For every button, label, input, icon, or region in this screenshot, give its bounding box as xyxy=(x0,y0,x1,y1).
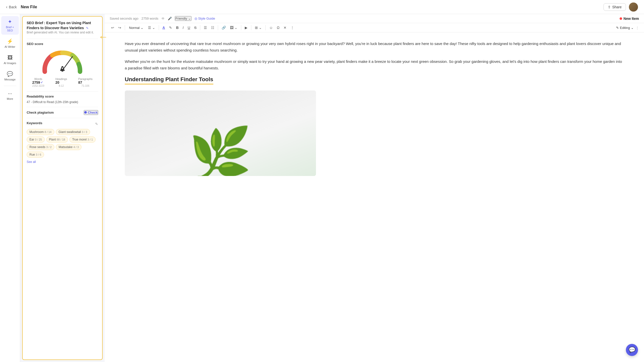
gauge-chart: A xyxy=(27,48,98,75)
plant-illustration: 🌿 xyxy=(189,128,252,176)
stat-headings-label: Headings xyxy=(55,77,67,80)
keyword-matsutake[interactable]: Matsutake 4 / 3 xyxy=(56,144,82,150)
bold-button[interactable]: B xyxy=(175,25,180,31)
back-label: Back xyxy=(9,5,17,9)
tone-label: Friendly xyxy=(175,17,187,20)
editor-content[interactable]: Have you ever dreamed of uncovering that… xyxy=(105,32,644,362)
chat-fab-button[interactable]: 💬 xyxy=(626,344,638,356)
more-label: More xyxy=(7,97,13,101)
share-icon: ⇧ xyxy=(608,5,611,9)
sidebar-item-brief-seo[interactable]: ✦ Brief + SEO xyxy=(1,16,19,35)
share-button[interactable]: ⇧ Share xyxy=(603,3,626,11)
stat-paragraphs: Paragraphs 87 71-106 xyxy=(78,77,93,87)
new-item-area: New Item xyxy=(620,17,639,21)
content-heading-1: Understanding Plant Finder Tools xyxy=(125,76,213,84)
editor-top-bar: Saved seconds ago 2759 words 👁 🎤 Friendl… xyxy=(105,14,644,23)
heading-chevron-icon: ⌄ xyxy=(141,26,143,30)
sidebar-item-ai-images[interactable]: 🖼 AI Images xyxy=(1,52,19,67)
special-chars-button[interactable]: Ω xyxy=(275,25,281,31)
seo-score-title: SEO score xyxy=(27,42,98,46)
top-bar: ‹ Back New File ⇧ Share xyxy=(0,0,644,14)
play-button[interactable]: ▶ xyxy=(243,25,249,31)
icon-sidebar: ✦ Brief + SEO ⚡ AI Writer 🖼 AI Images 💬 … xyxy=(0,14,20,362)
back-icon: ‹ xyxy=(6,5,7,9)
check-dot-icon xyxy=(84,111,87,114)
svg-text:A: A xyxy=(60,65,65,72)
stat-words-value: 2759 ✓ xyxy=(32,80,44,84)
brief-seo-icon: ✦ xyxy=(8,19,12,25)
keyword-plant[interactable]: Plant 88 / 18 xyxy=(46,137,68,143)
italic-button[interactable]: I xyxy=(181,25,185,31)
ai-writer-icon: ⚡ xyxy=(7,38,13,44)
table-button[interactable]: ⊞ ⌄ xyxy=(253,25,263,31)
check-plagiarism-button[interactable]: Check xyxy=(84,110,98,115)
underline-button[interactable]: U xyxy=(186,25,192,31)
avatar[interactable] xyxy=(629,3,638,12)
readability-title: Readability score xyxy=(27,95,98,98)
keyword-rue[interactable]: Rue 3 / 6 xyxy=(27,152,44,158)
keyword-giant-swallowtail[interactable]: Giant swallowtail 3 / 3 xyxy=(56,129,90,135)
eye-icon[interactable]: 👁 xyxy=(161,17,165,21)
sidebar-item-ai-writer[interactable]: ⚡ AI Writer xyxy=(1,36,19,51)
message-icon: 💬 xyxy=(7,71,13,77)
sidebar-item-more[interactable]: ··· More xyxy=(1,88,19,103)
highlight-button[interactable]: ✎ xyxy=(168,25,174,31)
emoji-button[interactable]: ☺ xyxy=(268,25,274,31)
stat-words-label: Words xyxy=(32,77,44,80)
content-image: 🌿 xyxy=(125,90,316,176)
mic-icon[interactable]: 🎤 xyxy=(168,17,172,20)
back-button[interactable]: ‹ Back xyxy=(6,5,17,9)
stat-paragraphs-range: 71-106 xyxy=(78,84,93,87)
stat-paragraphs-label: Paragraphs xyxy=(78,77,93,80)
sidebar-item-message[interactable]: 💬 Message xyxy=(1,68,19,84)
main-area: ✦ Brief + SEO ⚡ AI Writer 🖼 AI Images 💬 … xyxy=(0,14,644,362)
clear-format-button[interactable]: ✕ xyxy=(282,25,288,31)
seo-brief-title: SEO Brief : Expert Tips on Using Plant F… xyxy=(27,21,91,30)
stat-headings-value: 20 xyxy=(55,80,67,84)
heading-select[interactable]: Normal ⌄ xyxy=(127,25,145,31)
tone-select[interactable]: Friendly ⌄ xyxy=(175,16,191,21)
plagiarism-section: Check plagiarism Check xyxy=(27,110,98,115)
edit-title-icon[interactable]: ✎ xyxy=(86,26,89,30)
keyword-mushroom[interactable]: Mushroom 8 / 14 xyxy=(27,129,54,135)
link-button[interactable]: 🔗 xyxy=(220,25,227,31)
readability-section: Readability score 47 - Difficult to Read… xyxy=(27,95,98,104)
more-format-button[interactable]: ⋮ xyxy=(289,25,296,31)
image-button[interactable]: 🖼 ⌄ xyxy=(228,25,239,31)
plagiarism-label: Check plagiarism xyxy=(27,111,54,114)
style-guide-label: Style Guide xyxy=(198,17,215,20)
tone-chevron-icon: ⌄ xyxy=(188,17,191,20)
stat-headings: Headings 20 8-12 xyxy=(55,77,67,87)
chat-icon: 💬 xyxy=(629,347,635,353)
stat-words: Words 2759 ✓ 2152-3229 xyxy=(32,77,44,87)
new-item-label: New Item xyxy=(624,17,639,21)
bullet-list-button[interactable]: ☰ xyxy=(202,25,209,31)
editing-label: Editing xyxy=(620,26,630,30)
style-guide-button[interactable]: ◎ Style Guide xyxy=(194,17,215,20)
editing-select[interactable]: ✎ Editing ⌄ ⋮ xyxy=(616,26,639,30)
keywords-title: Keywords xyxy=(27,121,42,125)
keyword-ear[interactable]: Ear 0 / 25 xyxy=(27,137,45,143)
redo-button[interactable]: ↪ xyxy=(117,25,123,31)
text-color-button[interactable]: A xyxy=(161,25,167,31)
editor-meta: Saved seconds ago 2759 words 👁 🎤 Friendl… xyxy=(110,16,616,21)
ai-writer-label: AI Writer xyxy=(5,45,15,49)
keyword-true-morel[interactable]: True morel 3 / 1 xyxy=(69,137,96,143)
format-toolbar: ↩ ↪ Normal ⌄ ☰ ⌄ A ✎ B I U S ☰ ☷ 🔗 xyxy=(105,23,644,32)
share-label: Share xyxy=(612,5,622,9)
editing-dots-icon[interactable]: ⋮ xyxy=(636,26,639,30)
ai-images-icon: 🖼 xyxy=(8,55,13,61)
content-paragraph-2: Whether you're on the hunt for the elusi… xyxy=(125,58,624,71)
editing-chevron-icon: ⌄ xyxy=(631,26,634,30)
see-all-button[interactable]: See all xyxy=(27,160,98,164)
strikethrough-button[interactable]: S xyxy=(193,25,198,31)
keyword-rose-seeds[interactable]: Rose seeds 3 / 2 xyxy=(27,144,54,150)
ordered-list-button[interactable]: ☷ xyxy=(210,25,216,31)
stat-headings-range: 8-12 xyxy=(55,84,67,87)
seo-score-section: SEO score xyxy=(27,42,98,87)
message-label: Message xyxy=(4,78,16,81)
undo-button[interactable]: ↩ xyxy=(110,25,116,31)
keywords-edit-icon[interactable]: ✎ xyxy=(95,122,98,126)
ai-images-label: AI Images xyxy=(4,62,16,65)
align-select[interactable]: ☰ ⌄ xyxy=(146,25,157,31)
